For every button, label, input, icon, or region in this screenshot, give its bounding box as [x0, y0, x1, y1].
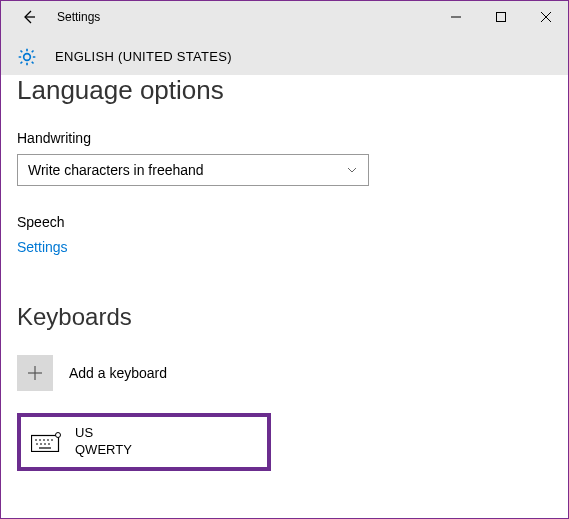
- keyboard-text: US QWERTY: [75, 425, 132, 459]
- handwriting-label: Handwriting: [17, 130, 552, 146]
- keyboard-item-us[interactable]: US QWERTY: [17, 413, 271, 471]
- add-keyboard-button[interactable]: Add a keyboard: [17, 355, 552, 391]
- keyboards-title: Keyboards: [17, 303, 552, 331]
- back-button[interactable]: [13, 1, 45, 33]
- maximize-button[interactable]: [478, 1, 523, 33]
- speech-settings-link[interactable]: Settings: [17, 239, 68, 255]
- close-button[interactable]: [523, 1, 568, 33]
- svg-point-17: [56, 433, 61, 438]
- plus-box: [17, 355, 53, 391]
- language-header: ENGLISH (UNITED STATES): [55, 49, 232, 64]
- svg-rect-1: [496, 13, 505, 22]
- close-icon: [541, 12, 551, 22]
- speech-label: Speech: [17, 214, 552, 230]
- window-controls: [433, 1, 568, 33]
- keyboard-icon: [31, 432, 61, 452]
- minimize-button[interactable]: [433, 1, 478, 33]
- subheader: ENGLISH (UNITED STATES): [1, 33, 568, 81]
- content-area: Language options Handwriting Write chara…: [1, 75, 568, 487]
- chevron-down-icon: [346, 164, 358, 176]
- handwriting-dropdown-value: Write characters in freehand: [28, 162, 346, 178]
- window-title: Settings: [57, 10, 100, 24]
- gear-icon: [17, 47, 37, 67]
- handwriting-dropdown[interactable]: Write characters in freehand: [17, 154, 369, 186]
- keyboard-layout: QWERTY: [75, 442, 132, 459]
- plus-icon: [27, 365, 43, 381]
- page-title: Language options: [17, 75, 552, 106]
- titlebar: Settings: [1, 1, 568, 33]
- minimize-icon: [451, 12, 461, 22]
- back-arrow-icon: [21, 9, 37, 25]
- add-keyboard-label: Add a keyboard: [69, 365, 167, 381]
- keyboard-name: US: [75, 425, 132, 442]
- maximize-icon: [496, 12, 506, 22]
